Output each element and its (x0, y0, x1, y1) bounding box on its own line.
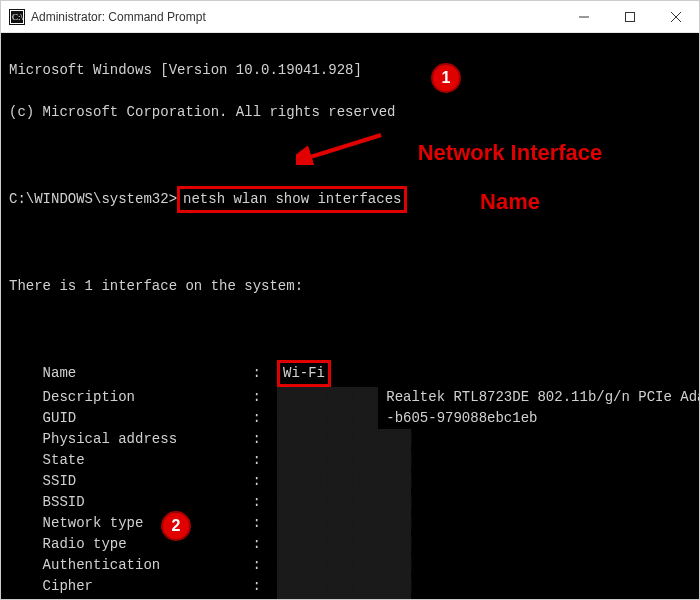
maximize-button[interactable] (607, 1, 653, 33)
close-button[interactable] (653, 1, 699, 33)
property-label: Description (43, 387, 253, 408)
command-prompt-window: C:\ Administrator: Command Prompt Micros… (0, 0, 700, 600)
redacted-value: ████████████████ (277, 471, 411, 492)
command-1-highlight: netsh wlan show interfaces (177, 186, 407, 213)
redacted-value: ████████████████ (277, 576, 411, 597)
property-row: Cipher: ████████████████ (9, 576, 691, 597)
property-label: GUID (43, 408, 253, 429)
property-row: Network type: ████████████████ (9, 513, 691, 534)
property-row: Physical address: ████████████████ (9, 429, 691, 450)
interface-count-line: There is 1 interface on the system: (9, 276, 691, 297)
redacted-value: ████████████████ (277, 492, 411, 513)
property-label: Connection mode (43, 597, 253, 599)
redacted-value: ████████████████ (277, 597, 411, 599)
redacted-value: ████████████████ (277, 429, 411, 450)
property-row: SSID: ████████████████ (9, 471, 691, 492)
annotation-badge-2: 2 (161, 511, 191, 541)
interface-properties: Name: Wi-Fi Description: ████████████ Re… (9, 360, 691, 599)
property-row: GUID: ████████████ -b605-979088ebc1eb (9, 408, 691, 429)
titlebar: C:\ Administrator: Command Prompt (1, 1, 699, 33)
property-row: Name: Wi-Fi (9, 360, 691, 387)
property-row: State: ████████████████ (9, 450, 691, 471)
redacted-value: ████████████████ (277, 555, 411, 576)
prompt-prefix: C:\WINDOWS\system32> (9, 191, 177, 207)
interface-name-highlight: Wi-Fi (277, 360, 331, 387)
terminal-body[interactable]: Microsoft Windows [Version 10.0.19041.92… (1, 33, 699, 599)
cmd-icon: C:\ (9, 9, 25, 25)
property-label: State (43, 450, 253, 471)
property-label: Radio type (43, 534, 253, 555)
property-row: BSSID: ████████████████ (9, 492, 691, 513)
property-value: Realtek RTL8723DE 802.11b/g/n PCIe Adapt… (378, 389, 699, 405)
property-label: Cipher (43, 576, 253, 597)
property-label: Physical address (43, 429, 253, 450)
property-row: Connection mode: ████████████████ (9, 597, 691, 599)
os-version-line: Microsoft Windows [Version 10.0.19041.92… (9, 60, 691, 81)
property-label: BSSID (43, 492, 253, 513)
redacted-value: ████████████████ (277, 534, 411, 555)
property-row: Description: ████████████ Realtek RTL872… (9, 387, 691, 408)
svg-rect-5 (626, 12, 635, 21)
minimize-button[interactable] (561, 1, 607, 33)
redacted-value: ████████████████ (277, 450, 411, 471)
window-title: Administrator: Command Prompt (31, 10, 206, 24)
property-row: Radio type: ████████████████ (9, 534, 691, 555)
annotation-label: Network Interface Name (381, 117, 602, 238)
annotation-badge-1: 1 (431, 63, 461, 93)
property-label: Name (43, 363, 253, 384)
property-label: Network type (43, 513, 253, 534)
redacted-value: ████████████ (277, 387, 378, 408)
property-label: SSID (43, 471, 253, 492)
property-row: Authentication: ████████████████ (9, 555, 691, 576)
property-label: Authentication (43, 555, 253, 576)
svg-text:C:\: C:\ (12, 12, 24, 22)
redacted-value: ████████████████ (277, 513, 411, 534)
redacted-value: ████████████ (277, 408, 378, 429)
property-value: -b605-979088ebc1eb (378, 410, 538, 426)
